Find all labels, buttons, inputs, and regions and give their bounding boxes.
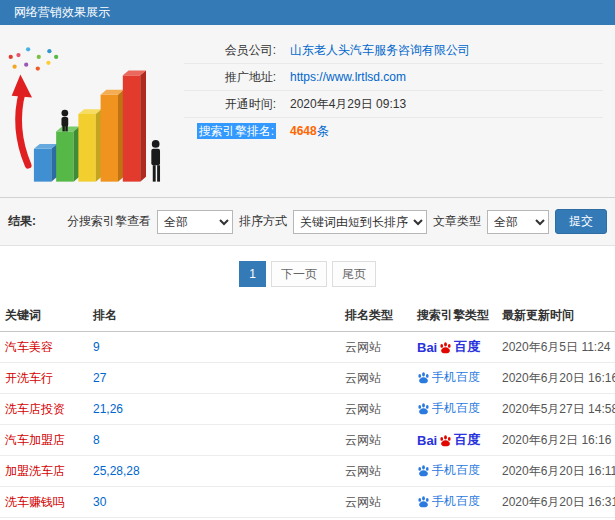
engine-cell: 手机百度 — [412, 456, 497, 487]
rank-type-cell: 云网站 — [340, 487, 412, 518]
mobile-baidu-paw-icon — [417, 371, 430, 384]
rank-link[interactable]: 8 — [93, 433, 100, 447]
sort-select[interactable]: 关键词由短到长排序 — [293, 210, 427, 234]
info-row-open-time: 开通时间: 2020年4月29日 09:13 — [184, 91, 603, 118]
submit-button[interactable]: 提交 — [555, 209, 607, 234]
mobile-baidu-logo: 手机百度 — [417, 462, 480, 479]
next-page-button[interactable]: 下一页 — [271, 261, 327, 287]
pagination: 1 下一页 尾页 — [0, 246, 615, 300]
col-update-time: 最新更新时间 — [497, 300, 615, 332]
keyword-cell: 开洗车行 — [0, 363, 88, 394]
col-engine-type: 搜索引擎类型 — [412, 300, 497, 332]
rank-type-cell: 云网站 — [340, 425, 412, 456]
open-time-label: 开通时间: — [184, 96, 276, 113]
filter-controls: 分搜索引擎查看 全部 排序方式 关键词由短到长排序 文章类型 全部 提交 — [67, 209, 607, 234]
engine-cell: 手机百度 — [412, 394, 497, 425]
rank-type-cell: 云网站 — [340, 332, 412, 363]
type-filter-label: 文章类型 — [433, 213, 481, 230]
update-time-cell: 2020年5月27日 14:58 — [497, 394, 615, 425]
result-label: 结果: — [8, 213, 36, 230]
promo-url-label: 推广地址: — [184, 69, 276, 86]
engine-cell: Bai百度 — [412, 425, 497, 456]
results-table: 关键词 排名 排名类型 搜索引擎类型 最新更新时间 汽车美容 9 云网站 Bai… — [0, 300, 615, 520]
mobile-baidu-paw-icon — [417, 495, 430, 508]
engine-cell: 手机百度 — [412, 487, 497, 518]
company-label: 会员公司: — [184, 42, 276, 59]
app-header: 网络营销效果展示 — [0, 0, 615, 25]
col-rank-type: 排名类型 — [340, 300, 412, 332]
keyword-cell: 汽车加盟店 — [0, 425, 88, 456]
baidu-paw-icon — [439, 434, 452, 447]
update-time-cell: 2020年6月20日 16:31 — [497, 487, 615, 518]
article-type-select[interactable]: 全部 — [487, 210, 549, 234]
update-time-cell: 2020年6月2日 16:16 — [497, 425, 615, 456]
update-time-cell: 2020年6月20日 16:11 — [497, 456, 615, 487]
open-time-value: 2020年4月29日 09:13 — [290, 96, 406, 113]
col-keyword: 关键词 — [0, 300, 88, 332]
company-link[interactable]: 山东老人头汽车服务咨询有限公司 — [290, 42, 470, 59]
mobile-baidu-paw-icon — [417, 402, 430, 415]
page-title: 网络营销效果展示 — [14, 4, 110, 21]
update-time-cell: 2020年6月5日 11:24 — [497, 332, 615, 363]
table-row: 洗车赚钱吗 30 云网站 手机百度 2020年6月20日 16:31 — [0, 487, 615, 518]
info-row-url: 推广地址: https://www.lrtlsd.com — [184, 64, 603, 91]
table-row: 洗车店投资 21,26 云网站 手机百度 2020年5月27日 14:58 — [0, 394, 615, 425]
filter-bar: 结果: 分搜索引擎查看 全部 排序方式 关键词由短到长排序 文章类型 全部 提交 — [0, 197, 615, 246]
promo-url-link[interactable]: https://www.lrtlsd.com — [290, 70, 406, 84]
rank-link[interactable]: 21,26 — [93, 402, 123, 416]
table-header-row: 关键词 排名 排名类型 搜索引擎类型 最新更新时间 — [0, 300, 615, 332]
baidu-logo: Bai百度 — [417, 431, 480, 449]
keyword-cell: 洗车店投资 — [0, 394, 88, 425]
sort-filter-label: 排序方式 — [239, 213, 287, 230]
baidu-paw-icon — [439, 341, 452, 354]
engine-cell: 手机百度 — [412, 363, 497, 394]
table-row: 汽车加盟店 8 云网站 Bai百度 2020年6月2日 16:16 — [0, 425, 615, 456]
keyword-cell: 汽车美容 — [0, 332, 88, 363]
info-panel: 会员公司: 山东老人头汽车服务咨询有限公司 推广地址: https://www.… — [0, 25, 615, 197]
mobile-baidu-paw-icon — [417, 464, 430, 477]
engine-select[interactable]: 全部 — [157, 210, 233, 234]
col-rank: 排名 — [88, 300, 340, 332]
rank-type-cell: 云网站 — [340, 363, 412, 394]
rank-count-label: 搜索引擎排名: — [184, 123, 276, 140]
last-page-button[interactable]: 尾页 — [332, 261, 376, 287]
info-row-rank-count: 搜索引擎排名: 4648条 — [184, 118, 603, 145]
rank-count-value: 4648条 — [290, 123, 329, 140]
engine-cell: Bai百度 — [412, 332, 497, 363]
table-row: 加盟洗车店 25,28,28 云网站 手机百度 2020年6月20日 16:11 — [0, 456, 615, 487]
mobile-baidu-logo: 手机百度 — [417, 369, 480, 386]
engine-filter-label: 分搜索引擎查看 — [67, 213, 151, 230]
info-row-company: 会员公司: 山东老人头汽车服务咨询有限公司 — [184, 37, 603, 64]
rank-link[interactable]: 9 — [93, 340, 100, 354]
rank-link[interactable]: 30 — [93, 495, 106, 509]
rank-link[interactable]: 27 — [93, 371, 106, 385]
table-row: 开洗车行 27 云网站 手机百度 2020年6月20日 16:16 — [0, 363, 615, 394]
mobile-baidu-logo: 手机百度 — [417, 400, 480, 417]
rank-type-cell: 云网站 — [340, 394, 412, 425]
bar-chart-clipart — [3, 39, 175, 189]
rank-link[interactable]: 25,28,28 — [93, 464, 140, 478]
baidu-logo: Bai百度 — [417, 338, 480, 356]
keyword-cell: 加盟洗车店 — [0, 456, 88, 487]
bar-chart-illustration — [0, 31, 178, 189]
page-1-button[interactable]: 1 — [239, 261, 266, 287]
update-time-cell: 2020年6月20日 16:16 — [497, 363, 615, 394]
rank-type-cell: 云网站 — [340, 456, 412, 487]
keyword-cell: 洗车赚钱吗 — [0, 487, 88, 518]
info-fields: 会员公司: 山东老人头汽车服务咨询有限公司 推广地址: https://www.… — [178, 31, 615, 189]
table-row: 汽车美容 9 云网站 Bai百度 2020年6月5日 11:24 — [0, 332, 615, 363]
mobile-baidu-logo: 手机百度 — [417, 493, 480, 510]
